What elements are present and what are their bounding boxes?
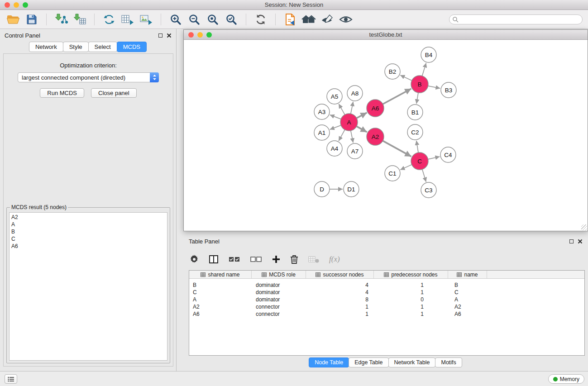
home-view-button[interactable] [301, 12, 316, 27]
table-row[interactable]: A6connector11A6 [189, 310, 584, 318]
resize-handle[interactable] [581, 224, 587, 230]
table-disabled-icon [308, 255, 319, 263]
result-item[interactable]: C [11, 235, 165, 243]
edge-A-A5[interactable] [339, 104, 344, 115]
search-icon [452, 16, 459, 24]
tab-mcds[interactable]: MCDS [117, 42, 147, 52]
table-row[interactable]: A2connector11A2 [189, 303, 584, 310]
float-table-panel-icon[interactable] [569, 239, 574, 243]
edge-A-A2[interactable] [357, 126, 367, 132]
edge-B-B2[interactable] [400, 75, 412, 81]
criterion-dropdown[interactable]: largest connected component (directed) [18, 72, 159, 82]
search-input[interactable] [449, 14, 583, 24]
edge-C-C1[interactable] [400, 165, 411, 170]
edge-A-A3[interactable] [330, 115, 341, 119]
tab-select[interactable]: Select [88, 42, 117, 52]
folder-icon [6, 14, 20, 25]
edge-A2-C[interactable] [383, 141, 411, 157]
node-label-C1: C1 [388, 170, 396, 177]
deselect-all-button[interactable] [250, 256, 262, 262]
column-visibility-button[interactable] [209, 255, 219, 264]
zoom-network-window-button[interactable] [206, 32, 212, 38]
minimize-window-button[interactable] [14, 2, 19, 8]
column-header-predecessor-nodes[interactable]: predecessor nodes [374, 271, 448, 278]
add-row-button[interactable] [272, 255, 280, 263]
edge-B-B3[interactable] [428, 86, 440, 88]
zoom-out-button[interactable] [186, 12, 202, 27]
close-network-window-button[interactable] [188, 32, 194, 38]
edge-A-A6[interactable] [357, 113, 367, 118]
table-panel-header: Table Panel [183, 236, 588, 246]
column-header-name[interactable]: name [448, 271, 487, 278]
edge-B-B4[interactable] [422, 63, 426, 76]
edge-A-A1[interactable] [330, 125, 341, 129]
memory-button[interactable]: Memory [548, 374, 584, 384]
show-hide-button[interactable] [338, 12, 354, 27]
tab-edge-table[interactable]: Edge Table [349, 357, 388, 367]
minimize-network-window-button[interactable] [197, 32, 203, 38]
run-mcds-button[interactable]: Run MCDS [40, 88, 84, 98]
edge-C-C4[interactable] [428, 157, 440, 159]
node-label-A8: A8 [351, 90, 359, 97]
result-item[interactable]: A6 [11, 243, 165, 250]
import-network-button[interactable] [53, 12, 69, 27]
close-panel-button[interactable]: Close panel [91, 88, 137, 98]
export-image-button[interactable] [139, 12, 154, 27]
close-table-panel-icon[interactable] [578, 239, 583, 244]
control-panel-tabs: NetworkStyleSelectMCDS [0, 42, 176, 52]
edge-A-A8[interactable] [351, 102, 353, 114]
memory-label: Memory [560, 376, 579, 382]
table-grid-icon [457, 272, 462, 277]
table-settings-button[interactable] [190, 255, 199, 264]
column-header-shared-name[interactable]: shared name [189, 271, 252, 278]
float-panel-icon[interactable] [158, 33, 163, 38]
import-table-button[interactable] [72, 12, 87, 27]
import-document-button[interactable] [282, 12, 298, 27]
close-window-button[interactable] [5, 2, 10, 8]
toolbar-separator [46, 14, 47, 25]
status-bar: Memory [0, 371, 588, 386]
edge-C-C3[interactable] [422, 169, 426, 182]
column-header-MCDS-role[interactable]: MCDS role [252, 271, 306, 278]
function-builder-button: f(x) [329, 255, 340, 264]
result-item[interactable]: A [11, 221, 165, 228]
network-canvas[interactable]: B4B2BB3A8A5A6A3B1AA1C2A2A4A7C4CC1C3DD1 [184, 40, 588, 231]
floppy-icon [26, 14, 37, 25]
apply-layout-button[interactable] [101, 12, 117, 27]
table-row[interactable]: Cdominator41C [189, 289, 584, 296]
edge-B-B1[interactable] [416, 93, 418, 104]
tab-network-table[interactable]: Network Table [388, 357, 436, 367]
tab-network[interactable]: Network [29, 42, 63, 52]
node-label-C4: C4 [444, 152, 452, 158]
select-all-button[interactable] [229, 256, 240, 262]
tab-motifs[interactable]: Motifs [435, 357, 462, 367]
result-item[interactable]: A2 [11, 214, 165, 221]
edge-A-A7[interactable] [351, 131, 353, 143]
annotation-button[interactable] [320, 12, 335, 27]
mcds-result-list[interactable]: A2ABCA6 [9, 212, 167, 361]
zoom-selected-button[interactable] [224, 12, 239, 27]
open-session-button[interactable] [5, 12, 21, 27]
task-history-button[interactable] [5, 374, 17, 384]
edge-C-C2[interactable] [416, 141, 418, 152]
table-row[interactable]: Adominator80A [189, 296, 584, 303]
table-row[interactable]: Bdominator41B [189, 281, 584, 289]
edge-A-A4[interactable] [339, 130, 345, 141]
close-panel-icon[interactable] [167, 33, 172, 38]
eye-icon [339, 14, 353, 24]
edge-A6-B[interactable] [383, 89, 411, 104]
cell-shared-name: A6 [189, 311, 252, 317]
refresh-button[interactable] [253, 12, 268, 27]
tab-style[interactable]: Style [63, 42, 89, 52]
node-label-A2: A2 [372, 133, 379, 140]
zoom-window-button[interactable] [23, 2, 28, 8]
zoom-fit-button[interactable] [205, 12, 220, 27]
delete-row-button[interactable] [290, 255, 298, 264]
save-session-button[interactable] [24, 12, 39, 27]
zoom-in-button[interactable] [168, 12, 183, 27]
column-header-successor-nodes[interactable]: successor nodes [306, 271, 374, 278]
tab-node-table[interactable]: Node Table [309, 357, 349, 367]
zoom-in-icon [170, 14, 182, 25]
export-table-button[interactable] [120, 12, 135, 27]
result-item[interactable]: B [11, 228, 165, 235]
